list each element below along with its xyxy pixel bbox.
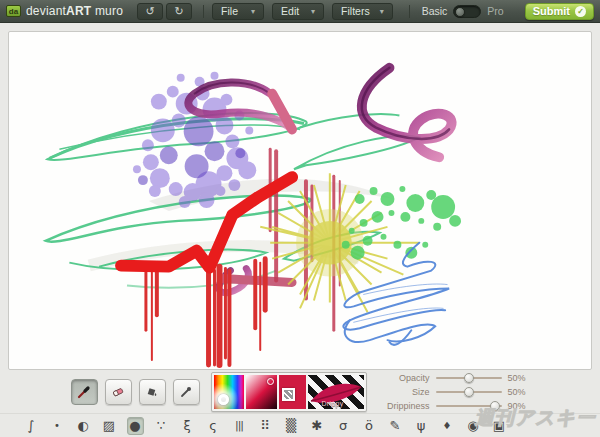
color-picker: Drippy [211,372,367,412]
app-title: deviantART muro [26,4,123,18]
pro-mode-label: Pro [487,5,503,17]
opacity-slider[interactable] [436,377,502,379]
topbar: da deviantART muro ↺ ↻ File ▾ Edit ▾ Fil… [0,0,600,23]
brush-options-panel: Drippy Opacity 50% Size 50% Drippiness 9… [0,371,600,413]
brush-sliders: Opacity 50% Size 50% Drippiness 90% [378,373,530,411]
brush-dotted-ring[interactable]: ö [361,417,378,435]
drippiness-slider-knob[interactable] [490,401,500,411]
brush-shaded-orb[interactable]: ◉ [465,417,482,435]
brush-scribble-patch[interactable]: ▨ [101,417,118,435]
undo-icon: ↺ [145,5,154,18]
shade-cursor[interactable] [267,378,274,385]
size-label: Size [378,387,430,397]
brush-preview[interactable]: Drippy [308,375,364,409]
topbar-divider [409,5,410,18]
hue-cursor[interactable] [218,394,229,405]
brush-settings-icon[interactable] [282,388,295,401]
brush-droplet[interactable]: ♦ [439,417,456,435]
drawing-canvas[interactable] [8,31,592,370]
brush-sprig[interactable]: ψ [413,417,430,435]
basic-pro-toggle[interactable] [453,5,481,18]
drippiness-slider-row: Drippiness 90% [378,401,530,411]
file-menu-label: File [221,5,238,17]
check-icon: ✓ [575,6,586,17]
paintbrush-icon [77,385,91,399]
deviantart-logo[interactable]: da deviantART muro [6,4,123,18]
brush-splatter[interactable]: ∵ [153,417,170,435]
brush-dot-grid[interactable]: ⠿ [257,417,274,435]
chevron-down-icon: ▾ [251,7,255,16]
drippiness-slider[interactable] [436,405,502,407]
tool-buttons [71,379,200,405]
brush-curl[interactable]: ς [205,417,222,435]
size-value: 50% [508,387,530,397]
toggle-knob[interactable] [455,7,465,17]
canvas-artwork [9,32,591,369]
deviantart-logo-icon: da [6,5,21,17]
brush-airbrush-dot[interactable]: • [49,417,66,435]
mode-switcher: Basic Pro [422,5,504,18]
filters-menu-label: Filters [341,5,370,17]
redo-icon: ↻ [174,5,183,18]
topbar-divider [203,5,204,18]
edit-menu-label: Edit [281,5,299,17]
hue-picker[interactable] [214,375,244,409]
eraser-tool-button[interactable] [105,379,132,405]
redo-button[interactable]: ↻ [166,3,192,20]
submit-label: Submit [533,5,570,17]
brush-paintbrush-stroke[interactable]: ✎ [387,417,404,435]
chevron-down-icon: ▾ [380,7,384,16]
brush-solid-blob[interactable]: ● [127,417,144,435]
submit-button[interactable]: Submit ✓ [525,3,594,20]
brush-ink-squiggle[interactable]: ∫ [23,417,40,435]
opacity-label: Opacity [378,373,430,383]
drippiness-label: Drippiness [378,401,430,411]
brush-vertical-lines[interactable]: ||| [231,417,248,435]
chevron-down-icon: ▾ [311,7,315,16]
opacity-slider-knob[interactable] [464,373,474,383]
brush-scratchy-stroke[interactable]: ξ [179,417,196,435]
size-slider[interactable] [436,391,502,393]
paint-bucket-icon [145,385,159,399]
opacity-value: 50% [508,373,530,383]
edit-menu[interactable]: Edit ▾ [272,3,324,20]
paint-bucket-tool-button[interactable] [139,379,166,405]
eyedropper-tool-button[interactable] [173,379,200,405]
size-slider-knob[interactable] [464,387,474,397]
brush-hatched-disc[interactable]: ▒ [283,417,300,435]
brush-circle-tail[interactable]: σ [335,417,352,435]
paintbrush-tool-button[interactable] [71,379,98,405]
eraser-icon [111,385,125,399]
current-color-swatch[interactable] [279,375,306,409]
opacity-slider-row: Opacity 50% [378,373,530,383]
file-menu[interactable]: File ▾ [212,3,264,20]
size-slider-row: Size 50% [378,387,530,397]
undo-button[interactable]: ↺ [137,3,163,20]
brush-dark-flower[interactable]: ✱ [309,417,326,435]
brush-cube[interactable]: ▣ [491,417,508,435]
brush-selector-row: ∫ • ◐ ▨ ● ∵ ξ ς ||| ⠿ ▒ ✱ σ ö ✎ ψ ♦ ◉ ▣ [0,413,600,437]
shade-picker[interactable] [246,375,277,409]
basic-mode-label: Basic [422,5,448,17]
eyedropper-icon [179,385,193,399]
brush-splotch[interactable]: ◐ [75,417,92,435]
filters-menu[interactable]: Filters ▾ [332,3,393,20]
brush-preview-label: Drippy [322,400,344,407]
drippiness-value: 90% [508,401,530,411]
